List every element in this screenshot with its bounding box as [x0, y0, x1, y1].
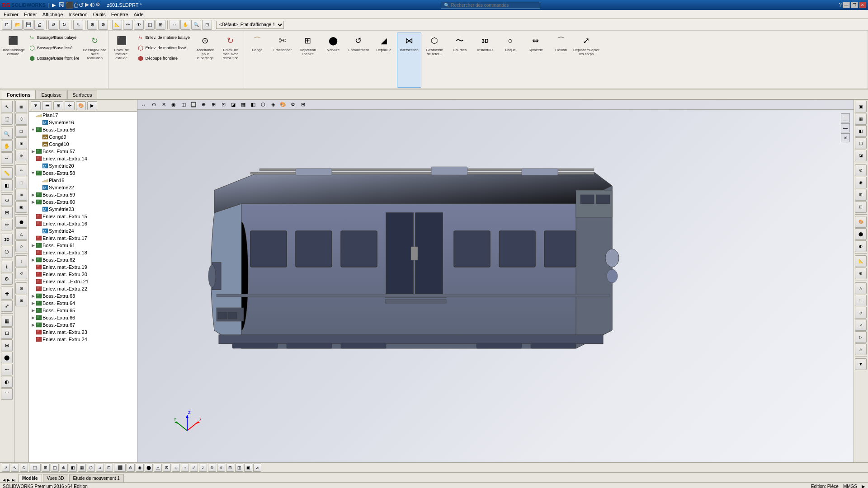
viewport[interactable]: ↔ ⊙ ✕ ◉ ◫ 🔲 ⊕ ⊞ ⊡ ◪ ▦ ◧ ⬡ ◈ 🎨 ⚙ ⊞: [137, 100, 854, 462]
tree-color[interactable]: 🎨: [76, 101, 86, 110]
tree-item[interactable]: Enlev. mat.-Extru.18: [29, 249, 137, 256]
vt-appear[interactable]: ⊕: [199, 101, 208, 109]
more-options[interactable]: ⚙: [98, 20, 108, 30]
tree-item[interactable]: Congé10: [29, 141, 137, 148]
tree-item[interactable]: ▶Boss.-Extru.60: [29, 198, 137, 206]
vt-section[interactable]: ✕: [159, 101, 168, 109]
enlev-lisse-btn[interactable]: ⬡ Enlev. de matière lissé: [135, 43, 192, 53]
btab-etude[interactable]: Etude de mouvement 1: [69, 474, 124, 482]
tree-more[interactable]: ▶: [87, 101, 97, 110]
depouille-btn[interactable]: ◢ Dépouille: [372, 33, 396, 88]
conge-btn[interactable]: ⌒ Congé: [245, 33, 269, 88]
enlev-mat-rev-btn[interactable]: ↻ Enlev. demat. avecrévolution: [218, 33, 243, 88]
select-button[interactable]: ↖: [73, 20, 83, 30]
redo-button[interactable]: ↻: [59, 20, 69, 30]
lt-sketch[interactable]: ✏: [1, 219, 13, 230]
cmd-21[interactable]: ⤢: [190, 464, 198, 472]
cmd-9[interactable]: ▦: [78, 464, 86, 472]
cmd-27[interactable]: ▣: [244, 464, 252, 472]
lt-measure[interactable]: 📏: [1, 167, 13, 179]
rt-view4[interactable]: ◫: [855, 137, 867, 149]
cmd-18[interactable]: ⊠: [163, 464, 171, 472]
open-button[interactable]: 📂: [13, 20, 23, 30]
vt-calc[interactable]: ◪: [229, 101, 238, 109]
menu-aide[interactable]: Aide: [131, 11, 146, 18]
help-icon[interactable]: ?: [839, 2, 842, 8]
rt-view3[interactable]: ◧: [855, 125, 867, 137]
cmd-11[interactable]: ⊿: [96, 464, 104, 472]
rt-orient3[interactable]: ⊞: [855, 189, 867, 201]
vt-orient[interactable]: ↔: [139, 101, 148, 109]
cmd-4[interactable]: ⬚: [29, 464, 41, 472]
lt-more5[interactable]: 〜: [1, 364, 13, 375]
btab-model[interactable]: Modèle: [18, 474, 42, 482]
cmd-10[interactable]: ⬡: [87, 464, 95, 472]
tree-item[interactable]: ▶Boss.-Extru.62: [29, 256, 137, 263]
rt-render1[interactable]: 🎨: [855, 216, 867, 228]
vt-hide[interactable]: ◫: [179, 101, 188, 109]
rt-view1[interactable]: ▣: [855, 101, 867, 113]
lt2-d[interactable]: ◉: [15, 137, 27, 149]
menu-outils[interactable]: Outils: [90, 11, 108, 18]
tree-item[interactable]: Enlev. mat.-Extru.23: [29, 328, 137, 336]
state-dropdown[interactable]: <Défaut>_Etat d'affichage 1: [216, 21, 284, 29]
tree-item[interactable]: Enlev. mat.-Extru.22: [29, 285, 137, 292]
tree-item[interactable]: Enlev. mat.-Extru.16: [29, 220, 137, 227]
intersection-btn[interactable]: ⋈ Intersection: [397, 33, 421, 88]
cmd-25[interactable]: ⊞: [226, 464, 234, 472]
coque-btn[interactable]: ○ Coque: [498, 33, 523, 88]
lt-body[interactable]: ⬡: [1, 246, 13, 258]
menu-insertion[interactable]: Insertion: [66, 11, 90, 18]
tree-item[interactable]: MSymétrie24: [29, 227, 137, 235]
lt2-g[interactable]: ⬚: [15, 177, 27, 188]
close-button[interactable]: ✕: [859, 2, 866, 8]
vp-maximize[interactable]: ⬜: [841, 113, 850, 122]
lt-more4[interactable]: ⬤: [1, 352, 13, 363]
tree-item[interactable]: ▶Boss.-Extru.59: [29, 191, 137, 198]
tab-scroll-right2[interactable]: ▶|: [11, 478, 16, 482]
enroulement-btn[interactable]: ↺ Enroulement: [346, 33, 371, 88]
cmd-8[interactable]: ◧: [69, 464, 77, 472]
vt-sel[interactable]: ◈: [269, 101, 278, 109]
cmd-17[interactable]: △: [154, 464, 162, 472]
tree-item[interactable]: ▶Boss.-Extru.66: [29, 314, 137, 321]
rt-more4[interactable]: ⊿: [855, 319, 867, 331]
rt-orient2[interactable]: ◉: [855, 177, 867, 188]
tb-rotate[interactable]: ↔: [170, 20, 179, 30]
print-button[interactable]: 🖨: [34, 20, 44, 30]
instant3d-btn[interactable]: 3D Instant3D: [473, 33, 497, 88]
tab-scroll-left[interactable]: ◀: [2, 478, 6, 482]
cmd-20[interactable]: ↔: [181, 464, 189, 472]
lt2-f[interactable]: ✏: [15, 164, 27, 176]
cmd-14[interactable]: ⊙: [127, 464, 135, 472]
tree-item[interactable]: ▼Boss.-Extru.56: [29, 126, 137, 133]
lt2-m[interactable]: ↕: [15, 255, 27, 267]
rt-measure2[interactable]: ⊕: [855, 267, 867, 279]
tree-item[interactable]: Enlev. mat.-Extru.17: [29, 235, 137, 242]
vp-close[interactable]: ✕: [841, 133, 850, 142]
search-input[interactable]: [451, 3, 524, 8]
lt-box-select[interactable]: ⬚: [1, 113, 13, 125]
lt-pan[interactable]: ✋: [1, 140, 13, 152]
status-arrow[interactable]: ▶: [862, 484, 865, 488]
lt-more1[interactable]: ▦: [1, 315, 13, 327]
lt2-i[interactable]: ▣: [15, 201, 27, 213]
tb-view1[interactable]: 👁: [134, 20, 144, 30]
lt2-l[interactable]: ◇: [15, 240, 27, 252]
tb-smart-dim[interactable]: 📐: [112, 20, 122, 30]
vt-hex[interactable]: ⬡: [259, 101, 268, 109]
vt-edit[interactable]: 🔲: [189, 101, 198, 109]
tree-item[interactable]: Enlev. mat. -Extru.21: [29, 278, 137, 285]
courbes-btn[interactable]: 〜 Courbes: [448, 33, 472, 88]
vt-pw[interactable]: ◧: [249, 101, 258, 109]
flexion-btn[interactable]: ⌒ Flexion: [549, 33, 573, 88]
lt-rotate[interactable]: ↔: [1, 152, 13, 164]
titlebar-search[interactable]: 🔍: [441, 2, 540, 9]
rt-more6[interactable]: △: [855, 343, 867, 355]
lt2-b[interactable]: ⬡: [15, 113, 27, 125]
cmd-3[interactable]: ⊙: [20, 464, 28, 472]
tree-item[interactable]: ▶Boss.-Extru.64: [29, 300, 137, 307]
menu-fichier[interactable]: Fichier: [1, 11, 21, 18]
vt-display[interactable]: ◉: [169, 101, 178, 109]
tree-item[interactable]: ▶Boss.-Extru.67: [29, 321, 137, 328]
